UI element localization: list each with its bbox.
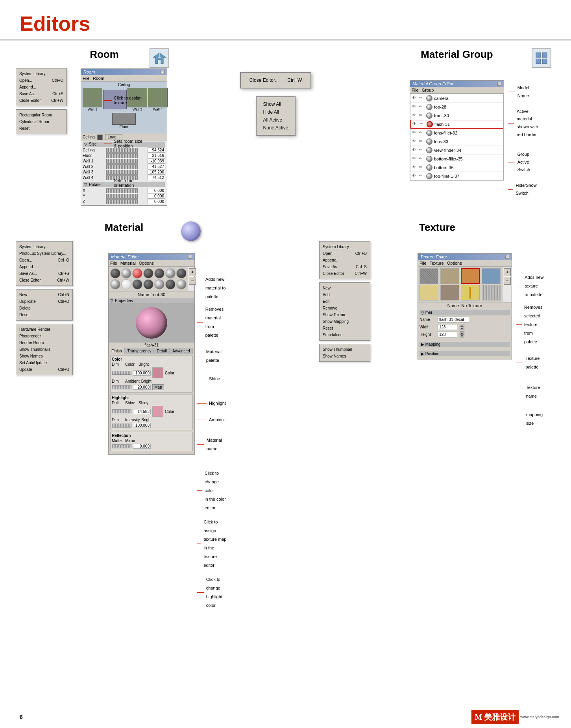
menu-row-append[interactable]: Append...: [19, 84, 63, 90]
menu-item-show-names-tex[interactable]: Show Names: [323, 353, 367, 359]
showhide-none-active[interactable]: None Active: [263, 124, 288, 132]
room-preview[interactable]: Ceiling Wall 1: [81, 82, 167, 133]
pencil-icon-lensfillet32[interactable]: ✏: [419, 130, 425, 136]
mat-swatch-5[interactable]: [154, 268, 164, 278]
tab-transparency[interactable]: Transparency: [125, 348, 154, 354]
menu-item-system-library[interactable]: System Library...: [19, 70, 48, 77]
tab-detail[interactable]: Detail: [154, 348, 170, 354]
remove-texture-btn[interactable]: −: [504, 277, 511, 285]
eye-icon-viewfinder34[interactable]: 👁: [412, 147, 418, 153]
tex-swatch-2[interactable]: [440, 268, 459, 284]
mat-swatch-6[interactable]: [165, 268, 176, 278]
menu-item-render-room[interactable]: Render Room: [19, 339, 69, 346]
ceiling-color-swatch[interactable]: [97, 135, 103, 140]
texture-menu-texture[interactable]: Texture: [430, 261, 444, 265]
menu-item-set-autoupdate[interactable]: Set AutoUpdate: [19, 359, 69, 366]
tex-swatch-6[interactable]: [440, 285, 459, 300]
mat-swatch-11[interactable]: [143, 279, 153, 289]
wall4-thumb[interactable]: Wall 4: [148, 88, 168, 111]
pencil-icon-camera[interactable]: ✏: [419, 96, 425, 101]
menu-item-append-mat[interactable]: Append...: [19, 264, 69, 270]
menu-item-remove-tex[interactable]: Remove: [323, 305, 367, 311]
rotate-bar-y[interactable]: [106, 194, 138, 199]
menu-row-system-library[interactable]: System Library...: [19, 70, 63, 77]
showhide-hide-all[interactable]: Hide All: [263, 108, 288, 116]
menu-item-show-thumbnail[interactable]: Show Thumbnail: [323, 346, 367, 353]
room-menu-file[interactable]: File: [83, 76, 90, 81]
map-btn[interactable]: Map: [152, 384, 164, 390]
menu-row-close-editor[interactable]: Close EditorCtrl+W: [19, 97, 63, 104]
menu-item-show-mapping[interactable]: Show Mapping: [323, 318, 367, 325]
pencil-icon-bottomfillet35[interactable]: ✏: [419, 156, 425, 162]
color-swatch-main[interactable]: [152, 367, 163, 378]
material-close-btn[interactable]: •: [188, 255, 192, 259]
showhide-show-all[interactable]: Show All: [263, 100, 288, 108]
mapping-section-header[interactable]: ▶ Mapping: [419, 342, 510, 347]
remove-material-btn[interactable]: −: [189, 277, 196, 285]
tex-swatch-yellow[interactable]: [461, 285, 480, 300]
mat-swatch-13[interactable]: [165, 279, 176, 289]
tex-swatch-1[interactable]: [419, 268, 438, 284]
mat-swatch-7[interactable]: [176, 268, 187, 278]
pencil-icon-viewfinder34[interactable]: ✏: [419, 147, 425, 153]
mat-swatch-4[interactable]: [143, 268, 153, 278]
menu-item-open-tex[interactable]: Open...Ctrl+O: [323, 250, 367, 257]
menu-item-system-library-mat[interactable]: System Library...: [19, 243, 69, 250]
matgroup-item-flash31[interactable]: 👁 ✏ flash-31: [410, 120, 503, 129]
menu-item-open-mat[interactable]: Open...Ctrl+O: [19, 257, 69, 264]
menu-item-delete-mat[interactable]: Delete: [19, 305, 69, 311]
menu-item-edit-tex[interactable]: Edit: [323, 298, 367, 305]
matgroup-menu-file[interactable]: File: [412, 88, 419, 92]
edit-section-header[interactable]: ▽ Edit: [419, 310, 510, 315]
eye-icon-lensfillet32[interactable]: 👁: [412, 130, 418, 136]
tex-swatch-3[interactable]: [461, 268, 480, 284]
size-bar-ceiling[interactable]: [106, 148, 138, 153]
texture-close-btn[interactable]: •: [505, 255, 509, 259]
menu-item-photorender[interactable]: Photorender: [19, 333, 69, 339]
pencil-icon-top28[interactable]: ✏: [419, 104, 425, 110]
menu-item-close-tex[interactable]: Close EditorCtrl+W: [323, 270, 367, 277]
menu-item-add-tex[interactable]: Add: [323, 291, 367, 298]
size-bar-wall3[interactable]: [106, 170, 138, 175]
room-close-btn[interactable]: •: [161, 70, 164, 74]
tex-width-input[interactable]: [438, 324, 457, 330]
material-menu-material[interactable]: Material: [120, 261, 136, 265]
tex-swatch-4[interactable]: [482, 268, 501, 284]
tab-finish[interactable]: Finish: [109, 348, 125, 354]
menu-item-cylindrical-room[interactable]: Cylindrical Room: [19, 118, 63, 125]
eye-icon-top28[interactable]: 👁: [412, 104, 418, 110]
material-menu-file[interactable]: File: [110, 261, 117, 265]
menu-item-show-texture[interactable]: Show Texture: [323, 311, 367, 318]
position-section-header[interactable]: ▶ Position: [419, 351, 510, 356]
menu-item-save-tex[interactable]: Save As...Ctrl+S: [323, 264, 367, 270]
matgroup-item-lensfillet32[interactable]: 👁 ✏ lens-fillet-32: [410, 129, 503, 137]
matgroup-item-viewfinder34[interactable]: 👁 ✏ view-finder-34: [410, 146, 503, 155]
size-bar-wall2[interactable]: [106, 164, 138, 169]
mat-swatch-9[interactable]: [121, 279, 131, 289]
mat-swatch-14[interactable]: [176, 279, 187, 289]
menu-item-append-tex[interactable]: Append...: [323, 257, 367, 264]
matgroup-item-camera[interactable]: 👁 ✏ camera: [410, 94, 503, 103]
showhide-all-active[interactable]: All Active: [263, 116, 288, 124]
menu-item-photolux[interactable]: PhotoLux System Library...: [19, 250, 69, 257]
tex-height-down[interactable]: ▼: [460, 334, 464, 337]
menu-item-reset-mat[interactable]: Reset: [19, 311, 69, 318]
wall1-thumb[interactable]: Wall 1: [83, 88, 102, 111]
matgroup-item-bottom36[interactable]: 👁 ✏ bottom-36: [410, 163, 503, 172]
matgroup-item-front30[interactable]: 👁 ✏ front-30: [410, 111, 503, 120]
reflection-slider[interactable]: [112, 444, 131, 448]
floor-thumb[interactable]: [112, 113, 136, 125]
eye-icon-lens33[interactable]: 👁: [412, 139, 418, 144]
mat-swatch-12[interactable]: [154, 279, 164, 289]
menu-item-new-mat[interactable]: NewCtrl+N: [19, 291, 69, 298]
menu-item-new-tex[interactable]: New: [323, 285, 367, 291]
mat-swatch-3[interactable]: [132, 268, 142, 278]
pencil-icon-lens33[interactable]: ✏: [419, 139, 425, 144]
tex-width-up[interactable]: ▲: [460, 324, 464, 327]
menu-item-syslib-tex[interactable]: System Library...: [323, 243, 367, 250]
texture-menu-file[interactable]: File: [419, 261, 427, 265]
menu-item-close-mat[interactable]: Close EditorCtrl+W: [19, 277, 69, 284]
tex-width-down[interactable]: ▼: [460, 327, 464, 330]
tex-height-input[interactable]: [438, 332, 457, 337]
eye-icon-bottomfillet35[interactable]: 👁: [412, 156, 418, 162]
